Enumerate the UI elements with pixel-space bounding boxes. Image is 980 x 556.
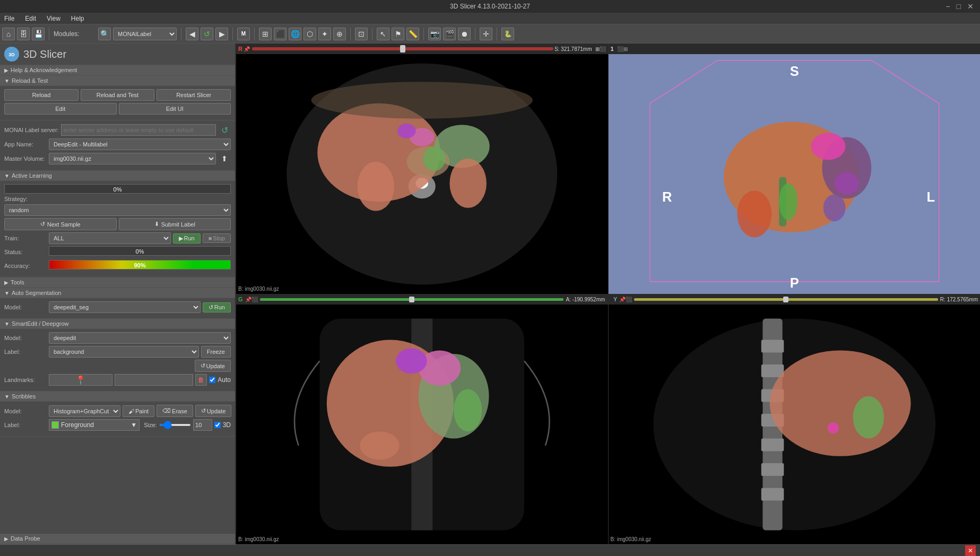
scribbles-model-select[interactable]: Histogram+GraphCut: [49, 405, 120, 417]
threed-checkbox[interactable]: [214, 422, 221, 428]
label-dropdown-arrow: ▼: [131, 421, 137, 429]
data-icon[interactable]: 🗄: [17, 28, 30, 40]
python-icon[interactable]: 🐍: [501, 28, 514, 40]
scribbles-label: Scribbles: [12, 393, 36, 399]
left-panel: 3D 3D Slicer ▶ Help & Acknowledgement ▼ …: [0, 44, 236, 544]
auto-run-button[interactable]: ↺ Run: [203, 302, 231, 312]
run-button[interactable]: ▶ Run: [173, 233, 201, 244]
monai-icon[interactable]: M: [237, 28, 250, 40]
auto-model-row: Model: deepedit_seg ↺ Run: [4, 301, 231, 313]
menu-view[interactable]: View: [45, 14, 63, 23]
se-right-row: ↺ Update: [4, 360, 231, 372]
help-section: ▶ Help & Acknowledgement: [0, 65, 235, 76]
help-header[interactable]: ▶ Help & Acknowledgement: [0, 65, 235, 75]
screenshot-icon[interactable]: 📷: [428, 28, 441, 40]
strategy-select[interactable]: random: [4, 204, 231, 216]
scribbles-label-selector[interactable]: Foreground ▼: [49, 419, 140, 431]
layout-icon-3[interactable]: 🌐: [289, 28, 301, 40]
auto-label: Auto: [218, 376, 231, 384]
size-number-input[interactable]: [193, 419, 212, 431]
upload-icon[interactable]: ⬆: [218, 152, 231, 165]
restore-button[interactable]: □: [955, 2, 963, 11]
auto-seg-header[interactable]: ▼ Auto Segmentation: [0, 288, 235, 298]
train-select[interactable]: ALL: [49, 232, 171, 244]
help-chevron: ▶: [4, 67, 8, 73]
record-icon[interactable]: ⏺: [458, 28, 471, 40]
reload-content: Reload Reload and Test Restart Slicer Ed…: [0, 86, 235, 120]
minimize-button[interactable]: −: [943, 2, 952, 11]
close-button[interactable]: ✕: [965, 2, 976, 11]
measure-icon[interactable]: 📏: [406, 28, 419, 40]
tools-header[interactable]: ▶ Tools: [0, 277, 235, 288]
landmark-text-input[interactable]: [115, 374, 193, 386]
yellow-slider[interactable]: [634, 298, 938, 301]
auto-checkbox[interactable]: [209, 377, 215, 383]
reload-header[interactable]: ▼ Reload & Test: [0, 76, 235, 86]
cursor-icon[interactable]: ↖: [377, 28, 389, 40]
axial-slider[interactable]: [252, 47, 553, 50]
scribbles-paint-button[interactable]: 🖌 Paint: [123, 405, 154, 417]
axial-extra-icons: ⊞⬛: [595, 46, 606, 52]
auto-model-select[interactable]: deepedit_seg: [49, 301, 201, 313]
coronal-bottom-label: B: img0030.nii.gz: [238, 536, 279, 542]
svg-text:L: L: [926, 189, 935, 204]
green-slider[interactable]: [260, 298, 564, 301]
se-model-select[interactable]: deepedit: [49, 332, 231, 344]
auto-run-label: Run: [214, 304, 225, 310]
size-slider[interactable]: [159, 424, 191, 426]
3d-ct-view[interactable]: S R L P: [609, 54, 981, 294]
next-module-icon[interactable]: ▶: [215, 28, 228, 40]
next-sample-button[interactable]: ↺ Next Sample: [4, 218, 117, 230]
update-button[interactable]: ↺ Update: [195, 360, 231, 372]
server-input[interactable]: [61, 124, 216, 136]
reload-and-test-button[interactable]: Reload and Test: [81, 89, 155, 101]
submit-label-button[interactable]: ⬇ Submit Label: [119, 218, 231, 230]
flag-icon[interactable]: ⚑: [392, 28, 404, 40]
layout-icon-2[interactable]: ⬛: [274, 28, 287, 40]
save-icon[interactable]: 💾: [32, 28, 45, 40]
landmark-delete-button[interactable]: 🗑: [195, 374, 207, 386]
stop-button[interactable]: ■ Stop: [203, 233, 231, 243]
scribbles-header[interactable]: ▼ Scribbles: [0, 392, 235, 402]
axial-ct-view[interactable]: B: img0030.nii.gz: [236, 54, 608, 294]
reload-icon[interactable]: ↺: [201, 28, 213, 40]
update-label: Update: [206, 363, 225, 369]
green-slider-value: A: -190.9952mm: [566, 297, 605, 302]
sagittal-ct-view[interactable]: B: img0030.nii.gz: [609, 305, 981, 544]
module-selector[interactable]: MONAILabel: [113, 28, 177, 40]
title-bar: 3D Slicer 4.13.0-2021-10-27 − □ ✕: [0, 0, 980, 13]
scribbles-erase-button[interactable]: ⌫ Erase: [157, 405, 193, 417]
app-name-select[interactable]: DeepEdit - Multilabel: [49, 138, 231, 150]
reload-button[interactable]: Reload: [4, 89, 79, 101]
menu-help[interactable]: Help: [69, 14, 86, 23]
coronal-ct-view[interactable]: B: img0030.nii.gz: [236, 305, 608, 544]
layout-icon-1[interactable]: ⊞: [259, 28, 272, 40]
menu-edit[interactable]: Edit: [23, 14, 38, 23]
bottom-close-button[interactable]: ✕: [965, 545, 976, 556]
menu-file[interactable]: File: [2, 14, 16, 23]
data-probe-header[interactable]: ▶ Data Probe: [0, 534, 235, 544]
edit-ui-button[interactable]: Edit UI: [119, 103, 231, 115]
restart-slicer-button[interactable]: Restart Slicer: [157, 89, 231, 101]
freeze-button[interactable]: Freeze: [201, 346, 231, 358]
crosshair-icon[interactable]: ✛: [480, 28, 492, 40]
layout-icon-5[interactable]: ✦: [318, 28, 331, 40]
green-thumb: [409, 297, 414, 302]
data-probe-section: ▶ Data Probe: [0, 534, 235, 544]
view-icon-1[interactable]: ⊡: [355, 28, 368, 40]
smartedit-header[interactable]: ▼ SmartEdit / Deepgrow: [0, 319, 235, 329]
layout-icon-4[interactable]: ⬡: [303, 28, 316, 40]
layout-icon-6[interactable]: ⊕: [333, 28, 346, 40]
prev-module-icon[interactable]: ◀: [186, 28, 198, 40]
master-volume-select[interactable]: img0030.nii.gz: [49, 153, 216, 164]
help-label: Help & Acknowledgement: [11, 67, 77, 73]
video-icon[interactable]: 🎬: [443, 28, 456, 40]
active-learning-header[interactable]: ▼ Active Learning: [0, 171, 235, 181]
search-modules-icon[interactable]: 🔍: [98, 28, 111, 40]
scribbles-update-button[interactable]: ↺ Update: [195, 405, 231, 417]
server-refresh-icon[interactable]: ↺: [218, 124, 231, 136]
edit-button[interactable]: Edit: [4, 103, 117, 115]
landmark-input-field[interactable]: 📍: [49, 374, 112, 386]
home-icon[interactable]: ⌂: [2, 28, 15, 40]
se-label-select[interactable]: background: [49, 346, 199, 358]
